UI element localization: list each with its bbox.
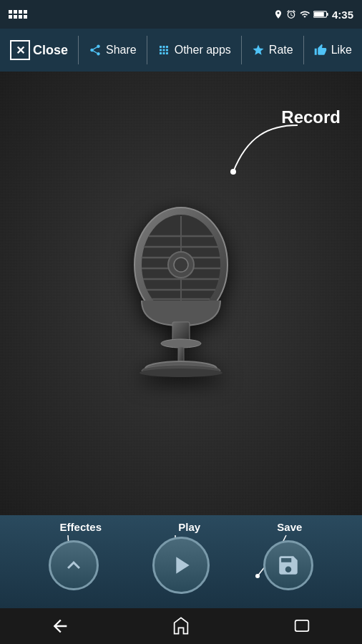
status-bar: 4:35	[0, 0, 362, 29]
other-apps-icon	[157, 44, 170, 57]
nav-bar	[0, 608, 362, 644]
home-button[interactable]	[160, 613, 202, 639]
toolbar: ✕ Close Share Other apps Rate Like	[0, 29, 362, 72]
main-content: Record	[0, 72, 362, 515]
like-label: Like	[331, 44, 352, 57]
star-icon	[252, 44, 265, 57]
close-label: Close	[33, 43, 68, 58]
grid-icon	[9, 10, 27, 19]
play-button[interactable]	[152, 537, 210, 594]
svg-point-3	[230, 169, 236, 175]
other-apps-button[interactable]: Other apps	[147, 38, 241, 62]
microphone-container[interactable]	[109, 186, 253, 386]
wifi-icon	[299, 9, 310, 19]
svg-point-15	[174, 258, 188, 272]
effectes-icon	[61, 552, 87, 578]
close-button[interactable]: ✕ Close	[0, 34, 78, 66]
effectes-label: Effectes	[60, 521, 102, 533]
microphone-icon	[109, 186, 253, 386]
like-button[interactable]: Like	[304, 38, 362, 62]
share-icon	[89, 44, 102, 57]
share-button[interactable]: Share	[79, 38, 147, 62]
svg-point-21	[140, 369, 222, 377]
rate-label: Rate	[269, 44, 293, 57]
save-button[interactable]	[263, 540, 313, 590]
close-x-icon: ✕	[10, 40, 30, 60]
battery-icon	[313, 9, 329, 19]
alarm-icon	[286, 9, 296, 19]
share-label: Share	[106, 44, 137, 57]
play-label: Play	[178, 521, 200, 533]
rate-button[interactable]: Rate	[242, 38, 303, 62]
save-label: Save	[277, 521, 302, 533]
like-icon	[314, 44, 327, 57]
action-buttons	[0, 537, 362, 594]
back-icon	[50, 616, 70, 636]
save-icon	[276, 553, 300, 577]
recents-icon	[292, 616, 312, 636]
back-button[interactable]	[39, 613, 82, 639]
status-bar-right: 4:35	[273, 9, 353, 21]
record-arrow	[183, 114, 305, 186]
location-icon	[273, 9, 283, 19]
other-apps-label: Other apps	[175, 44, 231, 57]
time-display: 4:35	[332, 9, 353, 21]
svg-point-17	[161, 339, 201, 348]
effectes-button[interactable]	[49, 540, 99, 590]
svg-rect-2	[314, 12, 324, 16]
status-bar-left	[9, 10, 27, 19]
svg-rect-25	[295, 620, 308, 631]
home-icon	[171, 616, 191, 636]
recents-button[interactable]	[280, 613, 323, 639]
action-bar: Effectes Play Save	[0, 515, 362, 608]
play-icon	[167, 551, 195, 580]
svg-rect-1	[327, 13, 328, 16]
